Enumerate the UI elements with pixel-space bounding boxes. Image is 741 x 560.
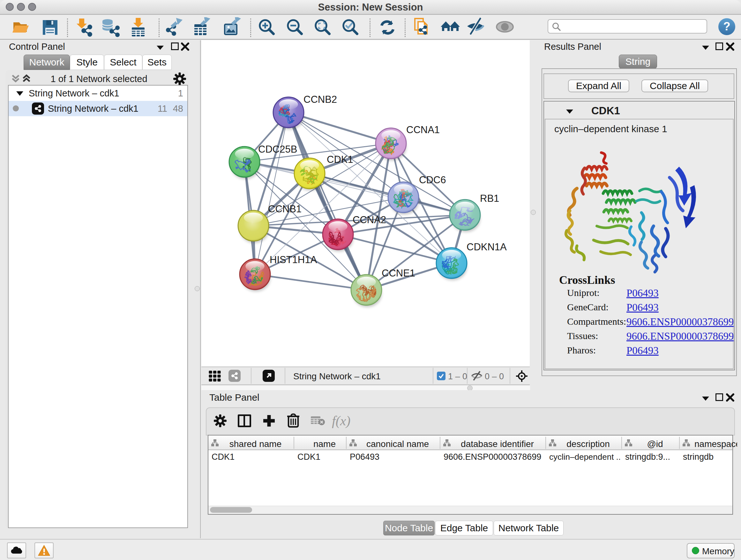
svg-text:CCNE1: CCNE1 (382, 267, 415, 279)
svg-text:CDK1: CDK1 (327, 154, 353, 165)
svg-text:CCNA2: CCNA2 (353, 214, 386, 226)
svg-text:CDC25B: CDC25B (258, 144, 297, 155)
svg-text:CCNA1: CCNA1 (406, 124, 440, 135)
svg-text:CDKN1A: CDKN1A (467, 241, 507, 253)
svg-text:CCNB2: CCNB2 (304, 94, 337, 105)
svg-text:CDC6: CDC6 (419, 174, 446, 186)
svg-text:CCNB1: CCNB1 (268, 203, 301, 214)
svg-text:HIST1H1A: HIST1H1A (270, 254, 317, 265)
svg-text:RB1: RB1 (480, 193, 499, 204)
